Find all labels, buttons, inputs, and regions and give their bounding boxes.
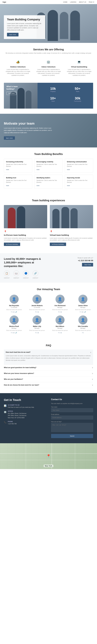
exp-inperson-desc: Lorem ipsum consectetur adipiscing elit.… bbox=[4, 237, 47, 241]
benefit-leaders-link[interactable]: more bbox=[37, 185, 39, 186]
social-in-0[interactable]: in bbox=[14, 311, 15, 313]
stats-section: What is team building? learn more 10k Pr… bbox=[4, 83, 93, 108]
benefit-morale-title: Improving morale bbox=[67, 177, 91, 179]
outdoor-icon: 🏕️ bbox=[15, 60, 21, 64]
social-link-3[interactable]: 🔗 bbox=[84, 311, 86, 313]
social-in-1[interactable]: in bbox=[38, 311, 39, 313]
nav-page[interactable]: PAGE ▼ bbox=[89, 1, 94, 3]
social-tw-4[interactable]: t bbox=[12, 332, 13, 334]
social-fb-0[interactable]: f bbox=[11, 311, 11, 313]
faq-item-4[interactable]: How do we choose the best event for our … bbox=[4, 382, 93, 388]
team-role-3: Manager bbox=[73, 307, 93, 308]
contact-phone-item: 📞 PHONE +123 456-789 bbox=[4, 421, 46, 425]
stat-projects-label: Projects bbox=[41, 91, 65, 92]
icon-contact-4-label: CONTACT bbox=[33, 277, 38, 278]
benefit-productivity-title: Increasing productivity bbox=[6, 161, 30, 163]
stat-team-num: 50+ bbox=[66, 87, 89, 91]
team-member-3: 👤 James Oliver Manager Short text about … bbox=[73, 295, 93, 313]
social-in-3[interactable]: in bbox=[82, 311, 83, 313]
faq-item-3[interactable]: Who are your facilitators? ∨ bbox=[4, 376, 93, 382]
benefit-trust-link[interactable]: more bbox=[6, 185, 9, 186]
form-email-label: Email address bbox=[51, 414, 93, 415]
social-tw-0[interactable]: t bbox=[12, 311, 13, 313]
faq-chevron-1: ∨ bbox=[92, 366, 93, 368]
social-fb-4[interactable]: f bbox=[11, 332, 11, 334]
icon-contact-1-label: CONTACT bbox=[4, 277, 10, 278]
service-virtual: 💻 Virtual teambuilding Lorem sit amet do… bbox=[65, 58, 93, 78]
team-name-2: Ann Richmond bbox=[50, 305, 70, 306]
social-fb-1[interactable]: f bbox=[35, 311, 36, 313]
social-tw-5[interactable]: t bbox=[37, 332, 37, 334]
social-fb-5[interactable]: f bbox=[35, 332, 36, 334]
nav-home[interactable]: HOME bbox=[63, 1, 67, 3]
social-fb-2[interactable]: f bbox=[58, 311, 59, 313]
form-name-label: Your name bbox=[51, 406, 93, 408]
contact-right: Contact Us You can reach us anytime via … bbox=[51, 398, 93, 438]
social-tw-3[interactable]: t bbox=[81, 311, 81, 313]
nav-landing[interactable]: LANDING bbox=[70, 1, 76, 3]
social-fb-7[interactable]: f bbox=[82, 332, 82, 334]
social-in-6[interactable]: in bbox=[61, 332, 62, 334]
benefits-title: Team Building Benefits bbox=[4, 152, 93, 156]
exp-inperson-img bbox=[4, 205, 47, 228]
benefit-communication-desc: Sample text. Click to select the Text El… bbox=[67, 164, 91, 167]
social-link-4[interactable]: 🔗 bbox=[15, 332, 17, 334]
team-desc-1: Short text about the person bbox=[27, 309, 47, 310]
chart-label: 13 CHART TO US bbox=[8, 404, 34, 406]
loved-left: Loved by 40,000+ managers & 1,000,000+ e… bbox=[4, 257, 43, 279]
social-fb-3[interactable]: f bbox=[80, 311, 80, 313]
nav-about[interactable]: ABOUT US bbox=[79, 1, 86, 3]
experiences-grid: 📍 In-Person team building Lorem ipsum co… bbox=[4, 205, 93, 248]
form-email-input[interactable] bbox=[51, 416, 93, 420]
faq-item-0[interactable]: How much lead time do we need? ∧ Lorem i… bbox=[4, 350, 93, 365]
social-in-4[interactable]: in bbox=[14, 332, 15, 334]
exp-virtual-title: Virtual team building bbox=[50, 234, 93, 236]
social-in-2[interactable]: in bbox=[61, 311, 62, 313]
benefit-communication-link[interactable]: more bbox=[67, 169, 70, 170]
exp-inperson: 📍 In-Person team building Lorem ipsum co… bbox=[4, 205, 47, 248]
benefit-morale: Improving morale Sample text. Click to s… bbox=[65, 175, 93, 189]
team-socials-6: f t in bbox=[50, 332, 70, 334]
motivate-button[interactable]: learn more bbox=[4, 136, 15, 140]
team-avatar-7: 👤 bbox=[78, 316, 87, 324]
team-avatar-6: 👤 bbox=[55, 316, 64, 324]
benefit-trust-title: Building trust bbox=[6, 177, 30, 179]
benefit-productivity-link[interactable]: more bbox=[6, 169, 9, 170]
hero-description: Lorem ipsum dolor sit amet, consectetur … bbox=[7, 22, 42, 31]
faq-item-1[interactable]: What are good questions for team buildin… bbox=[4, 365, 93, 370]
service-indoor-desc: Lorem sit amet dolor is reprehenderit in… bbox=[36, 68, 61, 76]
exp-inperson-button[interactable]: In-Person Activities bbox=[4, 242, 20, 246]
faq-item-2[interactable]: What are your bonus insurance options? ∨ bbox=[4, 370, 93, 376]
team-role-1: Co-founder bbox=[27, 307, 47, 308]
exp-inperson-title: In-Person team building bbox=[4, 234, 47, 236]
loved-chat-button[interactable]: Start Chat bbox=[82, 263, 93, 266]
social-fb-6[interactable]: f bbox=[58, 332, 59, 334]
benefit-leaders-desc: Sample text. Click to select the Text El… bbox=[37, 180, 60, 183]
faq-chevron-2: ∨ bbox=[92, 372, 93, 374]
hero-learn-more-button[interactable]: learn more bbox=[7, 33, 19, 36]
icon-contact-4: 🔗 CONTACT bbox=[33, 270, 38, 279]
social-in-5[interactable]: in bbox=[38, 332, 39, 334]
social-tw-2[interactable]: t bbox=[59, 311, 60, 313]
indoor-icon: 🏢 bbox=[46, 60, 51, 64]
icons-row: 📋 CONTACT 📖 CONTACT 🔵 CONTACT 🔗 CONTACT bbox=[4, 270, 43, 279]
stat-team: 50+ Team bbox=[66, 87, 89, 95]
faq-chevron-4: ∨ bbox=[92, 384, 93, 386]
team-avatar-3: 👤 bbox=[78, 295, 87, 304]
exp-virtual-button[interactable]: In-Person Activities bbox=[50, 242, 66, 246]
services-subtitle: We develop an extremely integrated solut… bbox=[4, 52, 93, 54]
service-indoor: 🏢 Indoor Adventure Lorem sit amet dolor … bbox=[35, 58, 63, 78]
benefit-morale-link[interactable]: more bbox=[67, 185, 70, 186]
social-link-0[interactable]: 🔗 bbox=[15, 311, 17, 313]
team-socials-2: f t in bbox=[50, 311, 70, 313]
social-tw-7[interactable]: t bbox=[83, 332, 84, 334]
social-tw-1[interactable]: t bbox=[37, 311, 37, 313]
stats-learn-more-button[interactable]: learn more bbox=[7, 92, 17, 95]
benefit-morale-desc: Sample text. Click to select the Text El… bbox=[67, 180, 91, 183]
form-submit-button[interactable]: Submit bbox=[51, 434, 93, 438]
form-message-input[interactable] bbox=[51, 423, 93, 432]
benefit-creativity-link[interactable]: more bbox=[37, 169, 39, 170]
social-tw-6[interactable]: t bbox=[59, 332, 60, 334]
form-name-input[interactable] bbox=[51, 408, 93, 412]
navbar: logo HOME LANDING ABOUT US PAGE ▼ bbox=[0, 0, 97, 4]
